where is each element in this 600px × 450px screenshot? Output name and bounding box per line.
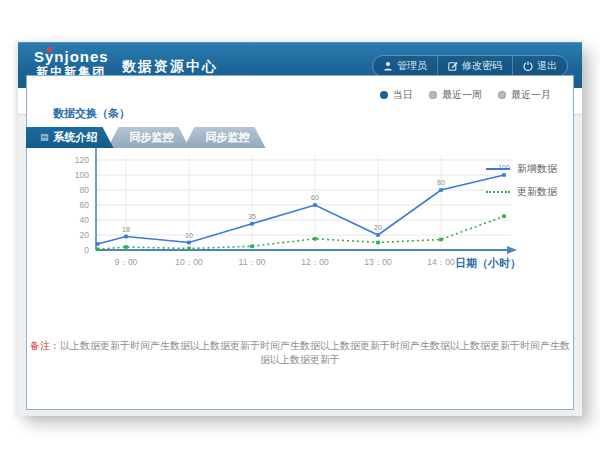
change-password-button[interactable]: 修改密码 [437,56,512,76]
logout-button[interactable]: 退出 [512,56,567,76]
svg-text:60: 60 [311,194,319,201]
chart-legend: 新增数据 更新数据 [486,162,557,199]
app-window: Synjones 新中新集团 数据资源中心 管理员 修改密码 [18,42,582,416]
svg-text:12：00: 12：00 [301,257,329,267]
tab-sync-monitor-2[interactable]: 同步监控 [184,127,266,148]
svg-text:10：00: 10：00 [175,257,203,267]
legend-item-new-data: 新增数据 [486,162,557,176]
time-range-filter: 当日 最近一周 最近一月 [380,88,551,102]
y-axis-title: 数据交换（条） [53,106,130,121]
dotted-line-icon [486,191,510,193]
admin-user-button[interactable]: 管理员 [373,56,437,76]
page-title: 数据资源中心 [122,58,218,76]
svg-text:35: 35 [248,213,256,220]
svg-text:20: 20 [80,230,90,240]
document-icon: ▤ [40,133,49,142]
svg-text:80: 80 [437,179,445,186]
svg-text:10: 10 [185,232,193,239]
power-icon [523,61,533,71]
svg-text:80: 80 [80,185,90,195]
svg-text:13：00: 13：00 [364,257,392,267]
svg-text:60: 60 [80,200,90,210]
svg-text:18: 18 [122,226,130,233]
svg-text:20: 20 [374,224,382,231]
footnote: 备注：以上数据更新于时间产生数据以上数据更新于时间产生数据以上数据更新于时间产生… [27,339,573,367]
note-label: 备注： [30,340,60,351]
svg-text:100: 100 [75,170,89,180]
svg-text:40: 40 [80,215,90,225]
brand-name: Synjones [34,48,109,65]
svg-text:9：00: 9：00 [115,257,138,267]
svg-text:日期（小时）: 日期（小时） [455,257,521,270]
radio-icon [380,91,388,99]
line-chart: 9：0010：0011：0012：0013：0014：0002040608010… [41,124,531,292]
solid-line-icon [486,168,510,170]
logo-red-dot [47,47,52,52]
range-option[interactable]: 最近一月 [498,88,551,102]
tab-sync-monitor-1[interactable]: 同步监控 [108,127,190,148]
edit-icon [448,61,458,71]
legend-item-update-data: 更新数据 [486,185,557,199]
range-option[interactable]: 当日 [380,88,413,102]
chart-area: 9：0010：0011：0012：0013：0014：0002040608010… [41,124,531,296]
note-text: 以上数据更新于时间产生数据以上数据更新于时间产生数据以上数据更新于时间产生数据以… [60,340,570,365]
svg-text:14：00: 14：00 [427,257,455,267]
radio-icon [429,91,437,99]
radio-icon [498,91,506,99]
svg-text:11：00: 11：00 [239,257,266,267]
svg-text:0: 0 [84,245,89,255]
svg-text:120: 120 [75,155,89,165]
user-menu: 管理员 修改密码 退出 [372,55,568,77]
user-icon [383,61,393,71]
content-panel: 当日 最近一周 最近一月 数据交换（条） 9：0010：0011：0012：00… [26,75,574,410]
range-option[interactable]: 最近一周 [429,88,482,102]
tab-system-intro[interactable]: ▤ 系统介绍 [26,127,114,148]
